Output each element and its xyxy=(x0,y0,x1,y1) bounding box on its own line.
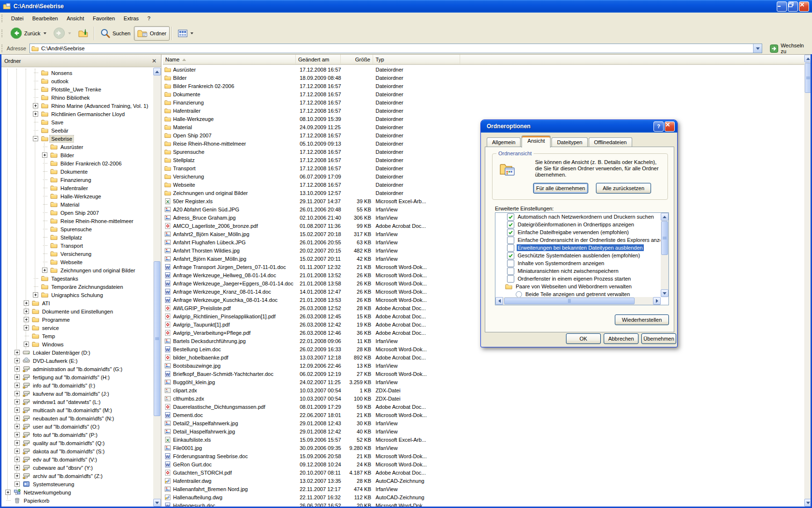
menu-item-datei[interactable]: Datei xyxy=(7,14,28,23)
tab-allgemein[interactable]: Allgemein xyxy=(487,137,521,148)
tree-item-label[interactable]: Dokumente und Einstellungen xyxy=(41,308,115,315)
tree-expand-icon[interactable] xyxy=(14,457,20,462)
file-name[interactable]: Briefkopf_Bauer-Schmidt-Yachtcharter.doc xyxy=(173,371,274,377)
file-name[interactable]: Gutachten_STORCH.pdf xyxy=(173,470,232,476)
tree-item-label[interactable]: Ausrüster xyxy=(59,144,85,150)
file-row[interactable]: WBriefkopf_Bauer-Schmidt-Yachtcharter.do… xyxy=(163,370,804,378)
tree-item-label[interactable]: outlook xyxy=(50,78,70,85)
tree-item[interactable]: archiv auf "lb.domain\dfs" (Z:) xyxy=(1,472,104,480)
tree-item-label[interactable]: quality auf "lb.domain\dfs" (Q:) xyxy=(31,440,106,447)
search-button[interactable]: Suchen xyxy=(97,26,134,41)
checkbox-unchecked-icon[interactable] xyxy=(507,268,514,275)
advanced-setting-label[interactable]: Ordnerfenster in einem eigenen Prozess s… xyxy=(517,275,632,282)
file-name[interactable]: Reise Rhein-Rhone-mittelmeer xyxy=(173,141,246,147)
tree-expand-icon[interactable] xyxy=(24,317,29,322)
tree-item-label[interactable]: windvsw1 auf "datevwts" (L:) xyxy=(31,399,102,405)
forward-dropdown-icon[interactable] xyxy=(68,32,71,34)
file-row[interactable]: WGeRon Gurt.doc09.12.2008 10:2424 KBMicr… xyxy=(163,460,804,468)
tree-scroll-up-button[interactable] xyxy=(153,68,161,75)
file-row[interactable]: Detail2_Haspelfahrwerk.jpg29.01.2008 12:… xyxy=(163,419,804,427)
tree-item[interactable]: Plotstile_Uwe Trenke xyxy=(1,85,102,93)
file-name[interactable]: bilder_hobelbaenke.pdf xyxy=(173,355,228,360)
file-name[interactable]: Spurensuche xyxy=(173,149,204,155)
advanced-setting-label[interactable]: Inhalte von Systemordnern anzeigen xyxy=(517,260,605,267)
tree-item-label[interactable]: Programme xyxy=(41,316,71,323)
tree-item-label[interactable]: Finanzierung xyxy=(59,177,93,183)
tree-expand-icon[interactable] xyxy=(14,465,20,470)
tree-item[interactable]: Reise Rhein-Rhone-mittelmeer xyxy=(1,217,135,225)
advanced-setting-item[interactable]: Miniaturansichten nicht zwischenspeicher… xyxy=(495,267,660,275)
tree-item-label[interactable]: Stellplatz xyxy=(59,234,84,241)
file-name[interactable]: Awlgrip_Taupunkt[1].pdf xyxy=(173,322,230,328)
menu-item-bearbeiten[interactable]: Bearbeiten xyxy=(28,14,62,23)
tree-item-label[interactable]: Rhino Bibliothek xyxy=(50,94,91,101)
tree-item[interactable]: Halle-Werkzeuge xyxy=(1,192,102,200)
tree-item-label[interactable]: Save xyxy=(50,119,65,126)
tree-item[interactable]: Seebär xyxy=(1,126,70,134)
tree-item[interactable]: foto auf "lb.domain\dfs" (P:) xyxy=(1,431,99,439)
tree-item[interactable]: Papierkorb xyxy=(1,496,51,505)
cancel-button[interactable]: Abbrechen xyxy=(604,333,638,344)
tree-item-label[interactable]: Hafentrailer xyxy=(59,185,89,192)
tree-item[interactable]: outlook xyxy=(1,77,70,85)
close-button[interactable] xyxy=(799,1,809,12)
tree-item-label[interactable]: edv auf "lb.domain\dfs" (V:) xyxy=(31,456,99,463)
back-button[interactable]: Zurück xyxy=(7,25,50,41)
file-row[interactable]: Bilder18.09.2009 08:48Dateiordner xyxy=(163,74,804,82)
radio-unselected-icon[interactable] xyxy=(516,291,522,298)
tree-item[interactable]: Temporäre Zeichnungsdateien xyxy=(1,283,125,291)
advanced-setting-item[interactable]: Ordnerfenster in einem eigenen Prozess s… xyxy=(495,275,660,283)
tree-item[interactable]: Spurensuche xyxy=(1,225,93,233)
tree-item[interactable]: Transport xyxy=(1,241,85,250)
forward-button[interactable] xyxy=(50,25,74,41)
tree-expand-icon[interactable] xyxy=(14,391,20,396)
tree-item-label[interactable]: Richtlinien Germanischer Lloyd xyxy=(50,111,126,118)
advanced-setting-label[interactable]: Paare von Webseiten und Webordnern verwa… xyxy=(515,283,633,290)
file-name[interactable]: Zeichnungen und original Bilder xyxy=(173,190,248,196)
file-name[interactable]: Dementi.doc xyxy=(173,412,203,418)
tree-item[interactable]: fertigung auf "lb.domain\dfs" (H:) xyxy=(1,373,111,381)
file-name[interactable]: Förderungsantrag Seebrise.doc xyxy=(173,453,248,459)
tree-item-label[interactable]: Bilder xyxy=(59,152,75,159)
advanced-scroll-right-button[interactable] xyxy=(653,297,661,305)
file-name[interactable]: Anfahrt_Björn Kaiser_Mölln.jpg xyxy=(173,256,246,262)
tree-item-label[interactable]: Plotstile_Uwe Trenke xyxy=(50,86,102,93)
file-name[interactable]: File0001.jpg xyxy=(173,445,202,451)
tree-item[interactable]: windvsw1 auf "datevwts" (L:) xyxy=(1,398,102,406)
tree-item[interactable]: info auf "lb.domain\dfs" (I:) xyxy=(1,381,97,389)
tree-expand-icon[interactable] xyxy=(14,416,20,421)
file-name[interactable]: Dauerelastische_Dichtungsmassen.pdf xyxy=(173,404,265,410)
advanced-scroll-left-button[interactable] xyxy=(495,297,503,305)
tree-item-label[interactable]: Unigraphics Schulung xyxy=(50,292,104,299)
file-name[interactable]: Einkaufsliste.xls xyxy=(173,437,211,443)
file-row[interactable]: Hallenaufteilung.dwg22.11.2007 16:32112 … xyxy=(163,493,804,501)
tree-item[interactable]: Save xyxy=(1,118,65,126)
tree-item[interactable]: Hafentrailer xyxy=(1,184,89,192)
tree-item-label[interactable]: Temp xyxy=(41,333,57,340)
file-name[interactable]: Bootsbauzwinge.jpg xyxy=(173,363,220,369)
tree-item-label[interactable]: neubauten auf "lb.domain\dfs" (N:) xyxy=(31,415,116,422)
checkbox-checked-icon[interactable] xyxy=(507,252,514,259)
tree-item-label[interactable]: Reise Rhein-Rhone-mittelmeer xyxy=(59,218,135,224)
tree-item-label[interactable]: Rhino Marine (Advanced Training, Vol. 1) xyxy=(50,103,150,109)
file-name[interactable]: Webseite xyxy=(173,182,195,188)
file-name[interactable]: GeRon Gurt.doc xyxy=(173,462,212,467)
file-name[interactable]: Halle-Werkzeuge xyxy=(173,116,214,122)
tree-item[interactable]: Bilder xyxy=(1,151,75,159)
tree-item[interactable]: Stellplatz xyxy=(1,233,84,241)
reset-all-folders-button[interactable]: Alle zurücksetzen xyxy=(596,183,651,194)
tree-item[interactable]: service xyxy=(1,324,60,332)
advanced-setting-label[interactable]: Einfache Dateifreigabe verwenden (empfoh… xyxy=(517,229,630,236)
tree-item[interactable]: ATI xyxy=(1,299,51,307)
tree-item[interactable]: Temp xyxy=(1,332,57,340)
file-name[interactable]: AMCO_Lagerliste_2006_bronze.pdf xyxy=(173,223,258,229)
file-row[interactable]: Buggöhl_klein.jpg24.02.2007 11:253.259 K… xyxy=(163,378,804,386)
tree-item-label[interactable]: user auf "lb.domain\dfs" (O:) xyxy=(31,423,101,430)
file-name[interactable]: Material xyxy=(173,124,192,130)
file-name[interactable]: Anfrage Werkzeuge_Hellweg_08-01-14.doc xyxy=(173,272,276,278)
advanced-setting-label[interactable]: Einfache Ordneransicht in der Ordnerlist… xyxy=(517,237,660,243)
tree-item[interactable]: Systemsteuerung xyxy=(1,480,76,488)
tree-item-label[interactable]: info auf "lb.domain\dfs" (I:) xyxy=(31,382,97,389)
column-header-gendertam[interactable]: Geändert am xyxy=(296,55,341,64)
tree-item[interactable]: Dokumente xyxy=(1,167,89,176)
